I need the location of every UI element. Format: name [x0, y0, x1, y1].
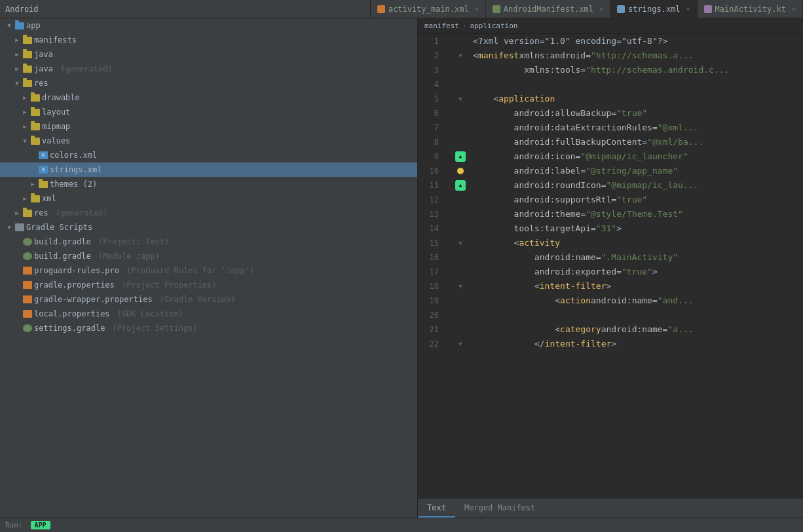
sidebar-item-build-gradle-project[interactable]: build.gradle (Project: Test) — [0, 235, 417, 249]
sidebar-item-mipmap[interactable]: mipmap — [0, 119, 417, 134]
code-line-3: xmlns:tools="http://schemas.android.c... — [473, 63, 803, 77]
sidebar-item-layout[interactable]: layout — [0, 105, 417, 119]
fold-icon-5[interactable]: ▼ — [458, 92, 462, 106]
sidebar-item-xml[interactable]: xml — [0, 191, 417, 206]
sidebar-item-res-generated[interactable]: res (generated) — [0, 206, 417, 220]
folder-icon-app — [15, 22, 24, 29]
gutter-18[interactable]: ▼ — [451, 279, 470, 294]
breadcrumb-application[interactable]: application — [470, 22, 518, 30]
code-content[interactable]: <?xml version="1.0" encoding="utf-8"?> <… — [470, 34, 803, 498]
xml-icon-colors: X — [39, 151, 48, 159]
tab-icon-activity-main — [377, 5, 385, 13]
fold-icon-15[interactable]: ▼ — [458, 236, 462, 250]
android-project-label: Android — [5, 5, 39, 14]
sidebar-item-colors-xml[interactable]: X colors.xml — [0, 148, 417, 162]
tab-android-manifest[interactable]: AndroidManifest.xml ✕ — [486, 0, 610, 18]
tab-close-android-manifest[interactable]: ✕ — [599, 5, 603, 12]
bottom-tab-bar: Text Merged Manifest — [418, 498, 803, 518]
sidebar-item-manifests[interactable]: manifests — [0, 33, 417, 47]
line-num-15: 15 — [418, 236, 444, 250]
sidebar-label-build-gradle-project: build.gradle (Project: Test) — [34, 237, 415, 246]
expand-arrow-layout[interactable] — [21, 108, 29, 116]
leaf-gradle-props — [13, 281, 21, 289]
sidebar-item-java[interactable]: java — [0, 47, 417, 62]
fold-icon-18[interactable]: ▼ — [458, 279, 462, 294]
sidebar-item-strings-xml[interactable]: X strings.xml — [0, 162, 417, 177]
sidebar-item-proguard[interactable]: proguard-rules.pro (ProGuard Rules for '… — [0, 263, 417, 278]
fold-icon-2[interactable]: ▼ — [458, 48, 462, 63]
gutter-5[interactable]: ▼ — [451, 92, 470, 106]
tab-merged-manifest[interactable]: Merged Manifest — [455, 499, 544, 518]
breadcrumb-manifest[interactable]: manifest — [424, 22, 459, 30]
expand-arrow-res[interactable] — [13, 79, 21, 87]
folder-icon-manifests — [23, 37, 32, 44]
tab-strings[interactable]: strings.xml ✕ — [610, 0, 698, 18]
sidebar-item-local-props[interactable]: local.properties (SDK Location) — [0, 307, 417, 321]
code-line-10: android:label="@string/app_name" — [473, 164, 803, 178]
expand-arrow-java-generated[interactable] — [13, 65, 21, 73]
tab-text[interactable]: Text — [418, 499, 455, 518]
folder-icon-java — [23, 51, 32, 58]
expand-arrow-xml[interactable] — [21, 195, 29, 202]
expand-arrow-values[interactable] — [21, 137, 29, 145]
line-num-18: 18 — [418, 279, 444, 294]
sidebar-item-drawable[interactable]: drawable — [0, 90, 417, 105]
sidebar-item-build-gradle-app[interactable]: build.gradle (Module :app) — [0, 249, 417, 263]
sidebar-item-gradle-wrapper-props[interactable]: gradle-wrapper.properties (Gradle Versio… — [0, 292, 417, 307]
sidebar-item-gradle-scripts[interactable]: Gradle Scripts — [0, 220, 417, 235]
gutter-8 — [451, 135, 470, 149]
sidebar-item-themes[interactable]: themes (2) — [0, 177, 417, 191]
expand-arrow-app[interactable] — [5, 22, 13, 29]
code-editor[interactable]: 1 2 3 4 5 6 7 8 9 10 11 12 13 14 15 16 1… — [418, 34, 803, 498]
line-num-1: 1 — [418, 34, 444, 48]
sidebar-item-gradle-props[interactable]: gradle.properties (Project Properties) — [0, 278, 417, 292]
tab-activity-main[interactable]: activity_main.xml ✕ — [371, 0, 486, 18]
status-run-label: Run: — [5, 521, 23, 529]
sidebar-item-settings-gradle[interactable]: settings.gradle (Project Settings) — [0, 321, 417, 335]
leaf-strings-xml — [29, 166, 37, 174]
tab-close-strings[interactable]: ✕ — [686, 5, 690, 12]
tab-main-activity[interactable]: MainActivity.kt ✕ — [698, 0, 803, 18]
sidebar-label-gradle-scripts: Gradle Scripts — [26, 223, 415, 232]
gutter-15[interactable]: ▼ — [451, 236, 470, 250]
gutter-9: ▲ — [451, 149, 470, 164]
tab-close-activity-main[interactable]: ✕ — [475, 5, 479, 12]
sidebar-item-res[interactable]: res — [0, 76, 417, 90]
warning-dot-10 — [457, 168, 464, 174]
tab-label-activity-main: activity_main.xml — [388, 5, 469, 14]
gutter-19 — [451, 294, 470, 308]
code-line-15: <activity — [473, 236, 803, 250]
line-num-9: 9 — [418, 149, 444, 164]
expand-arrow-manifests[interactable] — [13, 36, 21, 44]
code-line-8: android:fullBackupContent="@xml/ba... — [473, 135, 803, 149]
sidebar-label-proguard: proguard-rules.pro (ProGuard Rules for '… — [34, 266, 415, 275]
gradle-icon-build-app — [23, 252, 32, 260]
leaf-settings-gradle — [13, 324, 21, 332]
sidebar-item-app[interactable]: app — [0, 18, 417, 33]
line-num-6: 6 — [418, 106, 444, 121]
expand-arrow-themes[interactable] — [29, 180, 37, 188]
sidebar-item-java-generated[interactable]: java (generated) — [0, 62, 417, 76]
folder-icon-res-generated — [23, 210, 32, 217]
properties-icon-local — [23, 310, 32, 318]
xml-icon-strings: X — [39, 166, 48, 174]
fold-icon-22[interactable]: ▼ — [458, 337, 462, 351]
tab-close-main-activity[interactable]: ✕ — [792, 5, 796, 12]
gutter-2[interactable]: ▼ — [451, 48, 470, 63]
tab-icon-android-manifest — [493, 5, 500, 13]
sidebar-label-build-gradle-app: build.gradle (Module :app) — [34, 252, 415, 261]
sidebar-item-values[interactable]: values — [0, 134, 417, 148]
expand-arrow-drawable[interactable] — [21, 94, 29, 102]
gutter-22[interactable]: ▼ — [451, 337, 470, 351]
expand-arrow-java[interactable] — [13, 50, 21, 58]
code-line-21: <category android:name="a... — [473, 322, 803, 337]
expand-arrow-gradle-scripts[interactable] — [5, 223, 13, 231]
expand-arrow-res-generated[interactable] — [13, 209, 21, 217]
code-line-22: </intent-filter> — [473, 337, 803, 351]
sidebar-label-themes: themes (2) — [50, 180, 415, 189]
line-num-8: 8 — [418, 135, 444, 149]
leaf-build-gradle-app — [13, 252, 21, 260]
code-line-4 — [473, 77, 803, 92]
expand-arrow-mipmap[interactable] — [21, 123, 29, 130]
android-badge-9: ▲ — [455, 151, 466, 162]
